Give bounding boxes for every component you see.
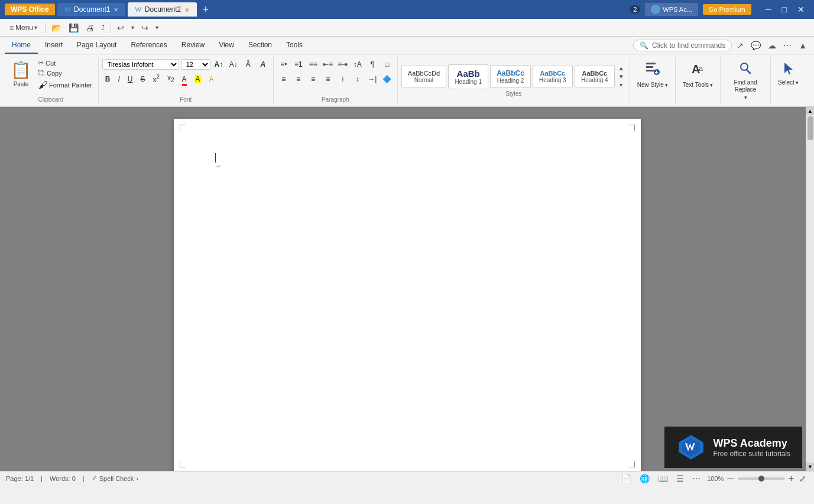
cut-button[interactable]: ✂ Cut [36, 58, 95, 68]
indent-inc-button[interactable]: ≡⇥ [336, 58, 349, 71]
superscript-button[interactable]: x2 [150, 73, 163, 85]
scroll-thumb[interactable] [807, 116, 813, 140]
underline-button[interactable]: U [125, 74, 136, 84]
indent-dec-button[interactable]: ⇤≡ [322, 58, 335, 71]
more-options-button[interactable]: ⋯ [781, 40, 794, 51]
maximize-button[interactable]: □ [777, 4, 792, 15]
scroll-up-button[interactable]: ▲ [806, 107, 815, 115]
view-more-button[interactable]: ⋯ [690, 474, 702, 483]
align-right-button[interactable]: ≡ [307, 73, 320, 86]
tab-page-layout[interactable]: Page Layout [70, 37, 124, 54]
select-button[interactable]: Select ▾ [774, 58, 802, 88]
zoom-in-button[interactable]: + [787, 473, 795, 484]
font-size-select[interactable]: 12 [181, 59, 210, 70]
align-center-button[interactable]: ≡ [292, 73, 305, 86]
copy-button[interactable]: ⿻ Copy [36, 69, 95, 78]
border-button[interactable]: □ [381, 58, 394, 71]
premium-button[interactable]: Go Premium [703, 4, 751, 15]
print-button[interactable]: 🖨 [83, 21, 97, 34]
font-grow-button[interactable]: A↑ [212, 58, 225, 71]
styles-scroll-more[interactable]: ▾ [617, 81, 626, 89]
text-tools-button[interactable]: A a Text Tools ▾ [679, 58, 716, 90]
document2-tab[interactable]: W Document2 ● [128, 2, 196, 17]
heading2-style-box[interactable]: AaBbCc Heading 2 [490, 65, 531, 88]
highlight-button[interactable]: A [192, 74, 205, 84]
tab-home[interactable]: Home [5, 37, 38, 54]
indent-button[interactable]: →| [366, 73, 379, 86]
format-painter-button[interactable]: 🖌 Format Painter [36, 79, 95, 92]
align-left-button[interactable]: ≡ [277, 73, 290, 86]
tab-tools[interactable]: Tools [279, 37, 310, 54]
menu-dropdown-icon: ▾ [34, 24, 37, 31]
subscript-button[interactable]: x2 [164, 73, 177, 84]
sort-button[interactable]: ↕A [351, 58, 364, 71]
document-page[interactable]: ↵ [174, 119, 641, 471]
new-style-button[interactable]: + New Style ▾ [634, 58, 672, 90]
save-button[interactable]: 💾 [66, 21, 82, 34]
view-normal-button[interactable]: 📄 [620, 474, 633, 483]
view-outline-button[interactable]: ☰ [674, 474, 686, 483]
show-para-button[interactable]: ¶ [366, 58, 379, 71]
line-spacing-button[interactable]: ↕ [351, 73, 364, 86]
customize-button[interactable]: ▾ [153, 22, 161, 32]
account-button[interactable]: WPS Ac... [645, 3, 698, 16]
save-cloud-button[interactable]: ☁ [766, 40, 779, 51]
heading1-style-box[interactable]: AaBb Heading 1 [448, 64, 488, 89]
italic-button[interactable]: I [115, 74, 122, 84]
zoom-out-button[interactable]: ─ [726, 473, 735, 484]
clear-format-button[interactable]: Ā [242, 58, 255, 71]
strikethrough-button[interactable]: S [137, 74, 148, 84]
view-read-button[interactable]: 📖 [656, 474, 670, 483]
font-name-select[interactable]: Tiresias Infofont [102, 59, 179, 70]
menu-button[interactable]: ≡ Menu ▾ [5, 22, 42, 34]
tab-references[interactable]: References [124, 37, 174, 54]
document-area[interactable]: ↵ [0, 107, 814, 471]
document1-tab[interactable]: W Document1 ✕ [57, 3, 126, 16]
comment-button[interactable]: 💬 [748, 40, 763, 51]
heading3-style-box[interactable]: AaBbCc Heading 3 [533, 66, 573, 87]
paste-button[interactable]: 📋 Paste [7, 58, 35, 90]
heading4-style-box[interactable]: AaBbCc Heading 4 [575, 66, 615, 87]
collapse-ribbon-button[interactable]: ▲ [796, 40, 809, 51]
minimize-button[interactable]: ─ [761, 4, 776, 15]
export-button[interactable]: ⤴ [98, 22, 108, 34]
tab-section[interactable]: Section [241, 37, 279, 54]
new-tab-button[interactable]: + [199, 4, 213, 15]
styles-scroll-up[interactable]: ▲ [617, 64, 626, 72]
scroll-track[interactable] [806, 115, 814, 463]
undo-button[interactable]: ↩ [114, 21, 127, 34]
styles-scroll-down[interactable]: ▼ [617, 73, 626, 80]
justify-button[interactable]: ≡ [322, 73, 335, 86]
wps-office-button[interactable]: WPS Office [5, 4, 55, 15]
share-button[interactable]: ↗ [734, 40, 746, 51]
spell-check-area[interactable]: ✓ Spell Check › [92, 474, 138, 482]
shading-button[interactable]: 🔷 [381, 73, 394, 86]
normal-style-box[interactable]: AaBbCcDd Normal [401, 66, 446, 87]
view-web-button[interactable]: 🌐 [638, 474, 651, 483]
tab-view[interactable]: View [212, 37, 241, 54]
redo-button[interactable]: ↪ [138, 21, 151, 34]
close-button[interactable]: ✕ [793, 4, 809, 15]
zoom-slider[interactable] [738, 477, 785, 480]
columns-button[interactable]: ⁞ [336, 73, 349, 86]
tab-insert[interactable]: Insert [38, 37, 70, 54]
find-replace-button[interactable]: Find and Replace ▾ [724, 58, 767, 103]
command-search[interactable]: 🔍 Click to find commands [633, 40, 732, 51]
scroll-down-button[interactable]: ▼ [806, 463, 815, 471]
undo-dropdown[interactable]: ▾ [128, 22, 137, 32]
bold-button[interactable]: B [102, 74, 113, 84]
numbering-button[interactable]: ≡1 [292, 58, 305, 71]
font-color-button[interactable]: A [179, 74, 190, 84]
open-button[interactable]: 📂 [48, 21, 64, 34]
tab-review[interactable]: Review [174, 37, 212, 54]
font-shrink-button[interactable]: A↓ [227, 58, 240, 71]
fullscreen-button[interactable]: ⤢ [797, 474, 808, 483]
bullets-button[interactable]: ≡• [277, 58, 290, 71]
spell-check-icon: ✓ [92, 474, 97, 482]
document2-close[interactable]: ● [184, 5, 189, 14]
font-color2-button[interactable]: A [206, 74, 217, 84]
multilevel-button[interactable]: ≡≡ [307, 58, 320, 71]
text-effect-button[interactable]: A [257, 58, 270, 71]
font-group: Tiresias Infofont 12 A↑ A↓ Ā A [99, 57, 274, 104]
document1-close[interactable]: ✕ [113, 6, 118, 13]
